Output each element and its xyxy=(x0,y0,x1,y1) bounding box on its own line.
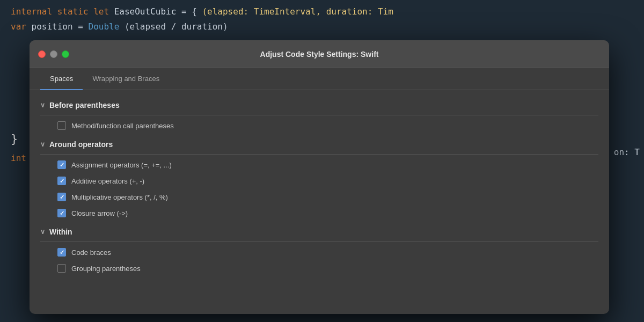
item-grouping-parentheses-label: Grouping parentheses xyxy=(71,265,141,273)
tab-wrapping-braces[interactable]: Wrapping and Braces xyxy=(83,68,169,90)
modal-content: Spaces Wrapping and Braces ∨ Before pare… xyxy=(30,68,609,305)
item-method-function-call: Method/function call parentheses xyxy=(40,118,598,134)
section-before-parentheses[interactable]: ∨ Before parentheses xyxy=(40,94,598,113)
item-assignment-operators: Assignment operators (=, +=, ...) xyxy=(40,157,598,173)
code-line-2: var position = Double (elapsed / duratio… xyxy=(11,20,633,33)
section-before-parentheses-label: Before parentheses xyxy=(49,101,120,109)
section-within[interactable]: ∨ Within xyxy=(40,221,598,239)
maximize-button[interactable] xyxy=(62,50,69,58)
item-closure-arrow-label: Closure arrow (->) xyxy=(71,209,128,217)
item-assignment-operators-label: Assignment operators (=, +=, ...) xyxy=(71,161,172,169)
checkbox-additive-operators[interactable] xyxy=(57,177,66,185)
minimize-button[interactable] xyxy=(50,50,57,58)
item-multiplicative-operators: Multiplicative operators (*, /, %) xyxy=(40,189,598,205)
close-button[interactable] xyxy=(38,50,46,58)
keyword-static: static xyxy=(57,6,89,17)
item-multiplicative-operators-label: Multiplicative operators (*, /, %) xyxy=(71,193,168,201)
code-right-hint: on: T xyxy=(610,145,644,159)
section-within-label: Within xyxy=(49,228,72,236)
item-additive-operators-label: Additive operators (+, -) xyxy=(71,177,144,185)
checkbox-closure-arrow[interactable] xyxy=(57,209,66,217)
item-code-braces-label: Code braces xyxy=(71,248,111,257)
keyword-let: let xyxy=(93,6,109,17)
code-punc-open: (elapsed: TimeInterval, duration: Tim xyxy=(202,6,393,17)
item-closure-arrow: Closure arrow (->) xyxy=(40,205,598,221)
modal-title: Adjust Code Style Settings: Swift xyxy=(260,50,379,58)
window-controls xyxy=(38,50,69,58)
modal-title-bar: Adjust Code Style Settings: Swift xyxy=(30,40,609,68)
chevron-around-operators-icon: ∨ xyxy=(40,141,45,148)
checkbox-method-function-call[interactable] xyxy=(57,121,66,130)
divider-3 xyxy=(40,241,598,242)
tab-spaces[interactable]: Spaces xyxy=(40,68,83,90)
item-additive-operators: Additive operators (+, -) xyxy=(40,173,598,189)
item-method-function-call-label: Method/function call parentheses xyxy=(71,122,174,130)
checkbox-multiplicative-operators[interactable] xyxy=(57,193,66,201)
code-line-1: internal static let EaseOutCubic = { (el… xyxy=(11,5,633,18)
checkbox-assignment-operators[interactable] xyxy=(57,160,66,169)
item-grouping-parentheses: Grouping parentheses xyxy=(40,260,598,276)
tab-bar: Spaces Wrapping and Braces xyxy=(30,68,609,90)
section-around-operators-label: Around operators xyxy=(49,140,113,149)
chevron-before-parentheses-icon: ∨ xyxy=(40,101,45,109)
chevron-within-icon: ∨ xyxy=(40,228,45,236)
divider-2 xyxy=(40,154,598,155)
section-around-operators[interactable]: ∨ Around operators xyxy=(40,134,598,152)
settings-content: ∨ Before parentheses Method/function cal… xyxy=(30,90,609,305)
item-code-braces: Code braces xyxy=(40,244,598,260)
divider-1 xyxy=(40,115,598,115)
checkbox-code-braces[interactable] xyxy=(57,248,66,257)
checkbox-grouping-parentheses[interactable] xyxy=(57,264,66,273)
modal-dialog: Adjust Code Style Settings: Swift Spaces… xyxy=(30,40,609,314)
keyword-internal: internal xyxy=(11,6,52,17)
